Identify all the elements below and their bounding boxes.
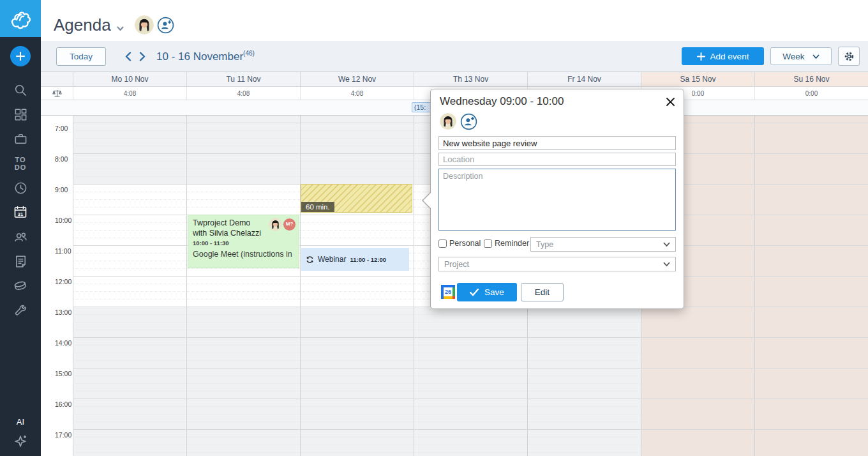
description-textarea[interactable] (438, 169, 676, 231)
sidebar-item-todo[interactable]: TO DO (0, 154, 41, 173)
people-icon (13, 230, 28, 245)
workload-cell: 4:08 (300, 87, 414, 100)
calendar-icon: 31 (13, 204, 28, 220)
sidebar-item-worklog[interactable] (0, 178, 41, 197)
personal-checkbox[interactable] (438, 239, 447, 248)
recurring-icon (306, 255, 314, 264)
sidebar-item-dashboard[interactable] (0, 105, 41, 124)
workload-cell: 0:00 (754, 87, 868, 100)
quarter-line (73, 422, 868, 422)
sidebar-item-resources[interactable] (0, 227, 41, 247)
close-button[interactable] (664, 96, 676, 107)
time-label: 15:00 (55, 370, 71, 377)
event-attendees: M? (269, 218, 296, 231)
save-label: Save (484, 287, 504, 297)
quarter-line (73, 376, 868, 376)
prev-week-button[interactable] (123, 49, 134, 63)
page-title-group[interactable]: Agenda (54, 15, 124, 35)
pending-event-selection[interactable]: 60 min. (301, 184, 412, 213)
today-label: Today (70, 52, 93, 61)
reminder-checkbox[interactable] (484, 239, 492, 248)
day-header-cell[interactable]: Sa 15 Nov (641, 72, 754, 86)
hour-line (73, 399, 868, 399)
svg-text:31: 31 (18, 211, 23, 217)
quarter-line (73, 437, 868, 437)
sidebar-item-tools[interactable] (0, 301, 41, 321)
plus-icon (15, 51, 26, 61)
edit-label: Edit (535, 287, 550, 297)
edit-button[interactable]: Edit (521, 283, 564, 301)
day-header-cell[interactable]: Fr 14 Nov (527, 72, 641, 86)
time-label: 11:00 (55, 247, 71, 255)
day-header-cell[interactable]: Mo 10 Nov (73, 72, 186, 86)
assignee-avatar[interactable] (440, 113, 456, 130)
quarter-line (73, 414, 868, 414)
add-person-icon (460, 113, 477, 130)
view-label: Week (782, 52, 804, 61)
type-select[interactable]: Type (530, 237, 676, 252)
quarter-line (73, 452, 868, 453)
quarter-line (73, 345, 868, 346)
day-header-cell[interactable]: We 12 Nov (300, 72, 414, 86)
day-column[interactable] (186, 116, 300, 456)
nonworking-shade (73, 116, 186, 184)
twproject-logo[interactable] (0, 0, 41, 37)
sidebar: TO DO 31 (0, 0, 41, 456)
calendar-event[interactable]: M?Twproject Demowith Silvia Chelazzi10:0… (188, 215, 299, 268)
google-calendar-button[interactable]: 26 (441, 285, 455, 299)
quarter-line (73, 445, 868, 445)
event-detail: Google Meet (instructions in (193, 249, 294, 259)
view-selector[interactable]: Week (770, 47, 832, 65)
day-header-cell[interactable]: Th 13 Nov (414, 72, 527, 86)
user-avatar[interactable] (135, 15, 154, 34)
sidebar-item-projects[interactable] (0, 129, 41, 148)
add-assignee-button[interactable] (460, 113, 477, 130)
day-column[interactable] (300, 116, 414, 456)
sidebar-item-documents[interactable] (0, 252, 41, 271)
chevron-right-icon (139, 52, 146, 61)
sidebar-item-agenda[interactable]: 31 (0, 202, 41, 222)
day-header-cell[interactable]: Su 16 Nov (754, 72, 868, 86)
location-input[interactable] (438, 153, 676, 166)
save-button[interactable]: Save (457, 283, 517, 301)
avatar-photo (440, 113, 456, 130)
project-select[interactable]: Project (438, 257, 676, 271)
day-header-cell[interactable]: Tu 11 Nov (186, 72, 300, 86)
coins-icon (13, 278, 28, 294)
day-column[interactable] (73, 116, 186, 456)
event-time: 11:00 - 12:00 (350, 256, 386, 263)
briefcase-icon (13, 132, 28, 146)
chevron-left-icon (125, 52, 131, 61)
project-placeholder: Project (444, 260, 469, 269)
event-editor-popup: Wednesday 09:00 - 10:00 (430, 89, 684, 309)
next-week-button[interactable] (137, 49, 148, 63)
add-event-button[interactable]: Add event (682, 47, 764, 65)
reminder-label: Reminder (495, 239, 529, 248)
type-placeholder: Type (536, 240, 553, 249)
sidebar-add-button[interactable] (10, 46, 31, 66)
ai-label: AI (17, 417, 24, 427)
time-label: 14:00 (55, 339, 71, 347)
wrench-icon (13, 304, 28, 319)
quarter-line (73, 322, 868, 323)
gcal-day-number: 26 (444, 287, 453, 296)
time-label: 10:00 (55, 217, 71, 224)
page-title: Agenda (54, 15, 111, 35)
day-column[interactable] (754, 116, 868, 456)
quarter-line (73, 360, 868, 361)
recurring-event[interactable]: Webinar11:00 - 12:00 (301, 248, 409, 271)
event-time: 10:00 - 11:30 (193, 239, 294, 247)
sidebar-item-search[interactable] (0, 80, 41, 100)
date-range[interactable]: 10 - 16 November(46) (156, 50, 255, 63)
chevron-down-icon (812, 54, 819, 59)
day-header-row: Mo 10 NovTu 11 NovWe 12 NovTh 13 NovFr 1… (41, 72, 868, 87)
today-button[interactable]: Today (56, 47, 106, 66)
sidebar-item-expenses[interactable] (0, 277, 41, 296)
sidebar-item-ai-assistant[interactable] (0, 432, 41, 451)
check-icon (470, 289, 479, 296)
hour-line (73, 368, 868, 369)
settings-button[interactable] (838, 47, 860, 66)
add-participant-button[interactable] (157, 17, 174, 34)
quarter-line (73, 383, 868, 384)
event-name-input[interactable] (438, 136, 676, 150)
